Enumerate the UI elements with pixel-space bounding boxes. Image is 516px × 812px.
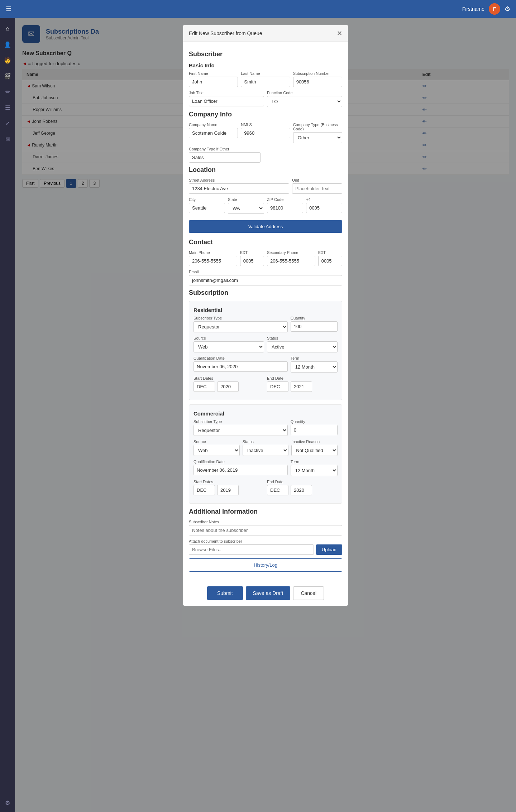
street-input[interactable]: [189, 183, 289, 194]
res-term-select[interactable]: 12 Month 6 Month: [291, 361, 338, 373]
last-name-input[interactable]: [241, 77, 290, 87]
notes-input[interactable]: [189, 525, 342, 535]
sidebar-item-edit[interactable]: ✏: [1, 85, 14, 98]
com-source-select[interactable]: Web Phone: [194, 445, 240, 456]
submit-button[interactable]: Submit: [207, 586, 243, 600]
res-subscriber-type-select[interactable]: Requestor Subscriber: [194, 321, 288, 332]
res-status-select[interactable]: Active Inactive: [267, 341, 338, 352]
com-qual-term-row: Qualification Date Term 12 Month 6 Month: [194, 460, 338, 476]
res-quantity-input[interactable]: [291, 321, 338, 332]
sidebar-item-settings[interactable]: ⚙: [1, 796, 14, 809]
modal-footer: Submit Save as Draft Cancel: [183, 582, 348, 606]
company-type-other-row: Company Type if Other:: [189, 147, 342, 163]
street-group: Street Address: [189, 178, 289, 194]
unit-input[interactable]: [292, 183, 342, 194]
com-status-select[interactable]: Active Inactive: [243, 445, 289, 456]
validate-address-button[interactable]: Validate Address: [189, 220, 342, 233]
com-end-year-input[interactable]: [291, 485, 312, 495]
company-name-group: Company Name: [189, 122, 238, 143]
zip-input[interactable]: [267, 203, 303, 213]
res-qual-date-input[interactable]: [194, 361, 288, 372]
res-term-label: Term: [291, 356, 338, 360]
com-qual-date-group: Qualification Date: [194, 460, 288, 476]
state-select[interactable]: WA OR CA: [228, 203, 264, 214]
res-end-date-label: End Date: [267, 376, 338, 380]
com-inactive-reason-select[interactable]: Not Qualified Other: [291, 445, 338, 456]
res-status-label: Status: [267, 336, 338, 340]
history-log-button[interactable]: History/Log: [189, 558, 342, 572]
basic-info-heading: Basic Info: [189, 62, 342, 68]
res-end-month-input[interactable]: [267, 381, 288, 392]
main-content: ✉ Subscriptions Da Subscriber Admin Tool…: [15, 18, 516, 812]
sidebar-item-users[interactable]: 👤: [1, 38, 14, 51]
com-start-month-input[interactable]: [194, 485, 215, 495]
sidebar-item-mail[interactable]: ✉: [1, 133, 14, 145]
residential-section: Residential Subscriber Type Requestor Su…: [189, 301, 342, 400]
first-name-input[interactable]: [189, 77, 238, 87]
nav-right-section: Firstname F ⚙: [462, 3, 510, 15]
sidebar-item-person[interactable]: 🧑: [1, 54, 14, 67]
com-dates-row: Start Dates End Date: [194, 480, 338, 495]
secondary-phone-input[interactable]: [267, 256, 315, 266]
gear-icon[interactable]: ⚙: [505, 5, 510, 13]
phone-row: Main Phone EXT Secondary Phone EXT: [189, 250, 342, 266]
zip-group: ZIP Code: [267, 197, 303, 214]
sidebar-item-film[interactable]: 🎬: [1, 69, 14, 82]
attach-controls: Upload: [189, 544, 342, 555]
city-label: City: [189, 197, 225, 202]
com-start-year-input[interactable]: [217, 485, 239, 495]
main-phone-label: Main Phone: [189, 250, 237, 255]
com-inactive-reason-group: Inactive Reason Not Qualified Other: [291, 439, 338, 456]
secondary-ext-label: EXT: [318, 250, 342, 255]
hamburger-menu[interactable]: ☰: [6, 5, 11, 13]
cancel-button[interactable]: Cancel: [293, 586, 324, 600]
state-group: State WA OR CA: [228, 197, 264, 214]
subscription-number-input[interactable]: [293, 77, 342, 87]
sidebar-item-home[interactable]: ⌂: [1, 22, 14, 35]
zip-label: ZIP Code: [267, 197, 303, 202]
company-type-other-input[interactable]: [189, 152, 261, 163]
com-subscriber-type-row: Subscriber Type Requestor Subscriber Qua…: [194, 419, 338, 436]
function-code-select[interactable]: LO BR OT: [267, 96, 342, 107]
com-term-group: Term 12 Month 6 Month: [291, 460, 338, 476]
sidebar-item-check[interactable]: ✓: [1, 117, 14, 130]
save-as-draft-button[interactable]: Save as Draft: [246, 586, 291, 600]
last-name-group: Last Name: [241, 71, 290, 87]
company-row: Company Name NMLS Company Type (Business…: [189, 122, 342, 143]
com-qual-date-label: Qualification Date: [194, 460, 288, 464]
city-input[interactable]: [189, 203, 225, 213]
email-label: Email: [189, 270, 342, 274]
main-ext-input[interactable]: [240, 256, 264, 266]
res-start-month-input[interactable]: [194, 381, 215, 392]
attach-group: Attach document to subscriber Upload: [189, 539, 342, 555]
company-name-input[interactable]: [189, 128, 238, 138]
res-start-year-input[interactable]: [217, 381, 239, 392]
res-source-label: Source: [194, 336, 264, 340]
upload-button[interactable]: Upload: [316, 544, 342, 555]
com-qual-date-input[interactable]: [194, 465, 288, 475]
function-code-group: Function Code LO BR OT: [267, 91, 342, 107]
com-term-select[interactable]: 12 Month 6 Month: [291, 465, 338, 476]
nav-username: Firstname: [462, 6, 484, 12]
nmls-input[interactable]: [241, 128, 290, 138]
job-title-input[interactable]: [189, 96, 264, 106]
email-input[interactable]: [189, 275, 342, 285]
commercial-heading: Commercial: [194, 410, 338, 417]
com-subscriber-type-label: Subscriber Type: [194, 419, 288, 424]
notes-label: Subscriber Notes: [189, 520, 342, 524]
res-subscriber-type-label: Subscriber Type: [194, 316, 288, 320]
secondary-ext-input[interactable]: [318, 256, 342, 266]
company-type-select[interactable]: Other Broker Lender: [293, 132, 342, 143]
main-phone-input[interactable]: [189, 256, 237, 266]
res-end-year-input[interactable]: [291, 381, 312, 392]
sidebar-item-list[interactable]: ☰: [1, 101, 14, 114]
com-quantity-input[interactable]: [291, 425, 338, 435]
attach-row: Attach document to subscriber Upload: [189, 539, 342, 555]
res-source-select[interactable]: Web Phone: [194, 341, 264, 352]
browse-files-input[interactable]: [189, 544, 314, 555]
close-button[interactable]: ✕: [337, 29, 342, 37]
com-end-month-input[interactable]: [267, 485, 288, 495]
zip4-input[interactable]: [306, 203, 342, 213]
company-name-label: Company Name: [189, 122, 238, 127]
com-subscriber-type-select[interactable]: Requestor Subscriber: [194, 425, 288, 436]
